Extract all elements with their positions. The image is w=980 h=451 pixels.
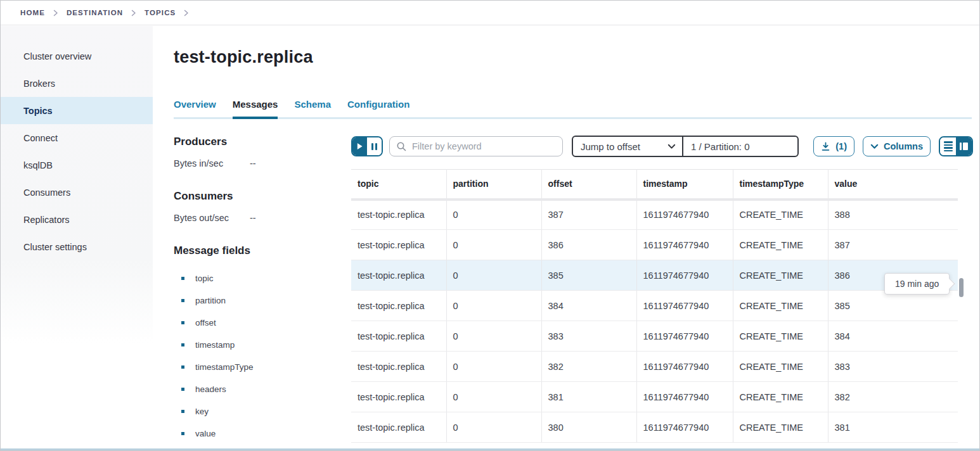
play-pause-toggle (351, 136, 383, 156)
table-cell: test-topic.replica (351, 260, 446, 291)
jump-offset-control: Jump to offset (572, 136, 799, 157)
message-field-item-timestamptype: timestampType (174, 356, 336, 378)
message-field-label: timestampType (195, 362, 254, 372)
message-field-item-topic: topic (174, 267, 336, 289)
column-header-timestamp[interactable]: timestamp (636, 170, 733, 200)
chevron-right-icon (131, 10, 136, 16)
bytes-out-label: Bytes out/sec (174, 210, 250, 226)
table-row[interactable]: test-topic.replica0 3801611974677940 CRE… (351, 412, 958, 443)
column-header-partition[interactable]: partition (446, 170, 541, 200)
table-row[interactable]: test-topic.replica0 3871611974677940 CRE… (351, 200, 958, 230)
messages-section: Jump to offset (1) Columns (351, 136, 973, 443)
view-toggle (939, 136, 973, 156)
table-row[interactable]: test-topic.replica0 3811611974677940 CRE… (351, 382, 958, 412)
chevron-down-icon (870, 144, 879, 149)
table-cell: CREATE_TIME (733, 260, 828, 291)
app-window: HOME DESTINATION TOPICS Cluster overview… (0, 0, 980, 451)
download-icon (821, 142, 830, 151)
table-row[interactable]: test-topic.replica0 3841611974677940 CRE… (351, 291, 958, 321)
message-table-body: test-topic.replica0 3871611974677940 CRE… (351, 200, 958, 443)
columns-button-label: Columns (884, 141, 923, 151)
bullet-square-icon (181, 343, 184, 346)
table-cell: CREATE_TIME (733, 200, 828, 230)
chevron-right-icon (53, 10, 58, 16)
table-cell: test-topic.replica (351, 230, 446, 260)
table-cell: 1611974677940 (636, 260, 733, 291)
partition-offset-input[interactable] (683, 137, 797, 156)
table-row[interactable]: test-topic.replica0 3821611974677940 CRE… (351, 352, 958, 382)
table-cell: CREATE_TIME (733, 291, 828, 321)
filter-field (389, 136, 563, 156)
breadcrumb-item-topics[interactable]: TOPICS (145, 9, 176, 16)
sidebar-item-cluster-settings[interactable]: Cluster settings (1, 233, 153, 260)
card-view-button[interactable] (956, 137, 972, 155)
tab-configuration[interactable]: Configuration (347, 99, 409, 119)
table-row[interactable]: test-topic.replica0 3831611974677940 CRE… (351, 321, 958, 352)
table-cell: 1611974677940 (636, 321, 733, 352)
filter-input[interactable] (412, 141, 556, 151)
sidebar: Cluster overviewBrokersTopicsConnectksql… (1, 26, 153, 450)
table-cell: 386 (541, 230, 636, 260)
bullet-square-icon (181, 388, 184, 391)
table-cell: 380 (541, 412, 636, 443)
column-header-timestamptype[interactable]: timestampType (733, 170, 828, 200)
download-button[interactable]: (1) (813, 136, 854, 156)
download-count: (1) (835, 141, 847, 151)
column-header-topic[interactable]: topic (351, 170, 446, 200)
table-cell: 384 (828, 321, 958, 352)
producers-heading: Producers (174, 134, 336, 149)
table-cell: 383 (828, 352, 958, 382)
jump-mode-select[interactable]: Jump to offset (573, 137, 683, 156)
vertical-scrollbar-thumb[interactable] (959, 278, 964, 297)
tab-overview[interactable]: Overview (174, 99, 216, 119)
bullet-square-icon (181, 432, 184, 435)
table-cell: CREATE_TIME (733, 412, 828, 443)
bullet-square-icon (181, 321, 184, 324)
tab-schema[interactable]: Schema (294, 99, 331, 119)
pause-icon (371, 143, 377, 150)
message-field-item-offset: offset (174, 312, 336, 334)
sidebar-item-connect[interactable]: Connect (1, 124, 153, 151)
message-field-item-partition: partition (174, 289, 336, 312)
bytes-in-label: Bytes in/sec (174, 156, 250, 171)
table-cell: 1611974677940 (636, 291, 733, 321)
table-row[interactable]: test-topic.replica0 3861611974677940 CRE… (351, 230, 958, 260)
breadcrumb-item-destination[interactable]: DESTINATION (67, 9, 123, 16)
time-ago-tooltip: 19 min ago (884, 273, 950, 295)
sidebar-item-cluster-overview[interactable]: Cluster overview (1, 42, 153, 70)
topic-stats-panel: Producers Bytes in/sec -- Consumers Byte… (174, 130, 336, 445)
pause-button[interactable] (367, 137, 382, 155)
message-fields-heading: Message fields (174, 243, 336, 258)
message-field-item-timestamp: timestamp (174, 334, 336, 356)
table-cell: 0 (446, 200, 541, 230)
table-cell: 0 (446, 230, 541, 260)
table-cell: 0 (446, 412, 541, 443)
column-header-offset[interactable]: offset (541, 170, 636, 200)
list-view-icon (944, 141, 953, 151)
sidebar-item-replicators[interactable]: Replicators (1, 206, 153, 233)
message-field-label: topic (195, 274, 214, 283)
message-field-label: partition (195, 296, 226, 305)
columns-button[interactable]: Columns (863, 136, 931, 156)
tab-messages[interactable]: Messages (233, 99, 278, 119)
table-cell: CREATE_TIME (733, 352, 828, 382)
table-cell: 384 (541, 291, 636, 321)
breadcrumb-item-home[interactable]: HOME (20, 9, 45, 16)
sidebar-item-brokers[interactable]: Brokers (1, 70, 153, 97)
page-title: test-topic.replica (174, 48, 313, 67)
play-button[interactable] (352, 137, 367, 155)
sidebar-item-ksqldb[interactable]: ksqlDB (1, 151, 153, 179)
table-cell: 387 (828, 230, 958, 260)
table-cell: 388 (828, 200, 958, 230)
sidebar-item-consumers[interactable]: Consumers (1, 179, 153, 206)
tab-bar: OverviewMessagesSchemaConfiguration (174, 99, 409, 119)
table-row[interactable]: test-topic.replica0 3851611974677940 CRE… (351, 260, 958, 291)
table-cell: 1611974677940 (636, 200, 733, 230)
column-header-value[interactable]: value (828, 170, 958, 200)
chevron-right-icon (184, 10, 189, 16)
table-cell: 1611974677940 (636, 352, 733, 382)
list-view-button[interactable] (940, 137, 956, 155)
sidebar-item-topics[interactable]: Topics (1, 97, 153, 124)
table-cell: 381 (828, 412, 958, 443)
message-field-item-key: key (174, 400, 336, 422)
